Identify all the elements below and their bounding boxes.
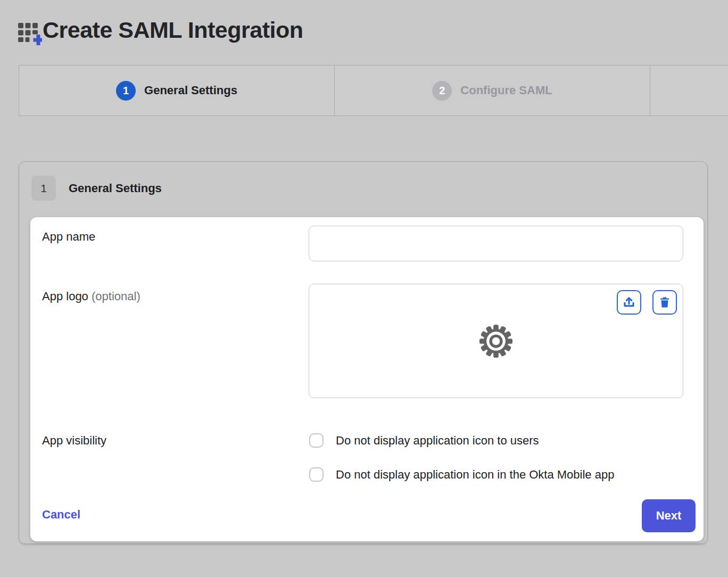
app-logo-optional-hint: (optional) — [92, 290, 140, 303]
app-logo-preview-box[interactable] — [309, 284, 683, 398]
hide-icon-users-label[interactable]: Do not display application icon to users — [336, 433, 539, 448]
upload-icon — [622, 295, 636, 309]
step-1-number-badge: 1 — [116, 81, 136, 101]
section-number-badge: 1 — [31, 176, 56, 201]
upload-logo-button[interactable] — [617, 290, 641, 315]
create-saml-integration-page: { "header": { "title": "Create SAML Inte… — [0, 0, 728, 577]
hide-icon-mobile-label[interactable]: Do not display application icon in the O… — [336, 467, 614, 482]
trash-icon — [658, 296, 671, 309]
tab-general-settings[interactable]: 1 General Settings — [19, 65, 334, 116]
app-name-label: App name — [42, 230, 95, 244]
gear-icon — [479, 325, 512, 358]
tab-next-step-partial — [650, 65, 728, 116]
section-title: General Settings — [69, 182, 162, 195]
step-2-number-badge: 2 — [432, 81, 452, 101]
hide-icon-mobile-checkbox[interactable] — [309, 467, 324, 482]
app-name-input[interactable] — [309, 226, 683, 261]
app-visibility-label: App visibility — [42, 434, 106, 448]
step-1-label: General Settings — [144, 84, 237, 97]
wizard-step-bar: 1 General Settings 2 Configure SAML — [19, 65, 728, 116]
tab-configure-saml[interactable]: 2 Configure SAML — [334, 65, 650, 116]
step-2-label: Configure SAML — [460, 84, 552, 97]
page-title: Create SAML Integration — [43, 17, 303, 43]
app-logo-label: App logo (optional) — [42, 290, 140, 303]
hide-icon-users-checkbox[interactable] — [309, 433, 324, 448]
app-logo-label-text: App logo — [42, 290, 88, 303]
grid-plus-icon — [18, 21, 42, 46]
cancel-link[interactable]: Cancel — [42, 508, 80, 522]
delete-logo-button[interactable] — [652, 290, 677, 315]
next-button[interactable]: Next — [642, 499, 696, 532]
general-settings-card: App name App logo (optional) — [30, 217, 704, 541]
